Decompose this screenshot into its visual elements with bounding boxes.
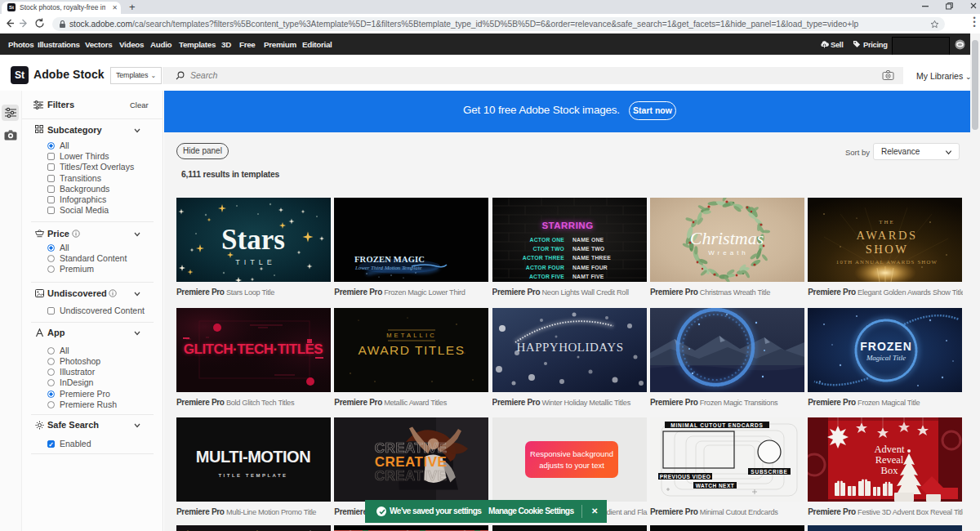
svg-text:MINIMAL CUTOUT ENDCARDS: MINIMAL CUTOUT ENDCARDS — [670, 422, 764, 428]
svg-text:NAME FOUR: NAME FOUR — [572, 265, 608, 270]
svg-text:SHOW: SHOW — [866, 243, 909, 256]
svg-text:Advent: Advent — [875, 444, 905, 455]
svg-text:AWARD TITLES: AWARD TITLES — [359, 343, 466, 357]
svg-text:Magical Title: Magical Title — [866, 354, 906, 362]
svg-text:HAPPYHOLIDAYS: HAPPYHOLIDAYS — [516, 341, 623, 354]
svg-text:WATCH NEXT: WATCH NEXT — [696, 483, 735, 489]
svg-text:NAME THREE: NAME THREE — [572, 255, 611, 261]
svg-text:10TH ANNUAL AWARDS SHOW: 10TH ANNUAL AWARDS SHOW — [836, 259, 938, 265]
svg-text:FROZEN: FROZEN — [860, 340, 912, 353]
svg-text:STARRING: STARRING — [541, 221, 593, 230]
svg-text:FROZEN MAGIC: FROZEN MAGIC — [354, 255, 425, 264]
svg-text:PREVIOUS VIDEO: PREVIOUS VIDEO — [660, 474, 711, 480]
svg-text:ACTOR THREE: ACTOR THREE — [522, 255, 564, 261]
svg-text:ACTOR ONE: ACTOR ONE — [529, 237, 564, 243]
svg-text:GLITCH·TECH·TITLES: GLITCH·TECH·TITLES — [184, 341, 323, 357]
svg-text:Box: Box — [881, 465, 899, 476]
svg-text:TITLE: TITLE — [235, 258, 276, 266]
svg-text:NAME TWO: NAME TWO — [572, 246, 604, 252]
svg-text:Wreath: Wreath — [708, 249, 749, 257]
svg-text:Christmas: Christmas — [690, 228, 764, 248]
svg-text:CREATIVE: CREATIVE — [375, 468, 448, 484]
svg-text:NAMT FIVE: NAMT FIVE — [572, 274, 604, 279]
svg-text:THE: THE — [879, 219, 895, 225]
svg-text:Reveal: Reveal — [875, 454, 904, 466]
svg-text:CTOR TWO: CTOR TWO — [532, 246, 564, 252]
svg-text:adjusts to your text: adjusts to your text — [539, 461, 604, 470]
svg-text:Stars: Stars — [221, 224, 285, 256]
svg-text:SUBSCRIBE: SUBSCRIBE — [751, 469, 787, 475]
svg-text:METALLIC: METALLIC — [386, 332, 437, 339]
svg-text:ACTOR FIVE: ACTOR FIVE — [529, 274, 564, 279]
svg-text:Responsive background: Responsive background — [530, 449, 613, 458]
svg-text:Lower Third Motion Template: Lower Third Motion Template — [354, 265, 422, 270]
svg-text:ACTOR FOUR: ACTOR FOUR — [525, 265, 564, 270]
svg-text:NAME ONE: NAME ONE — [572, 237, 604, 243]
svg-text:AWARDS: AWARDS — [857, 229, 918, 242]
svg-text:TITLE TEMPLATE: TITLE TEMPLATE — [218, 473, 287, 478]
svg-text:MULTI-MOTION: MULTI-MOTION — [196, 448, 310, 466]
